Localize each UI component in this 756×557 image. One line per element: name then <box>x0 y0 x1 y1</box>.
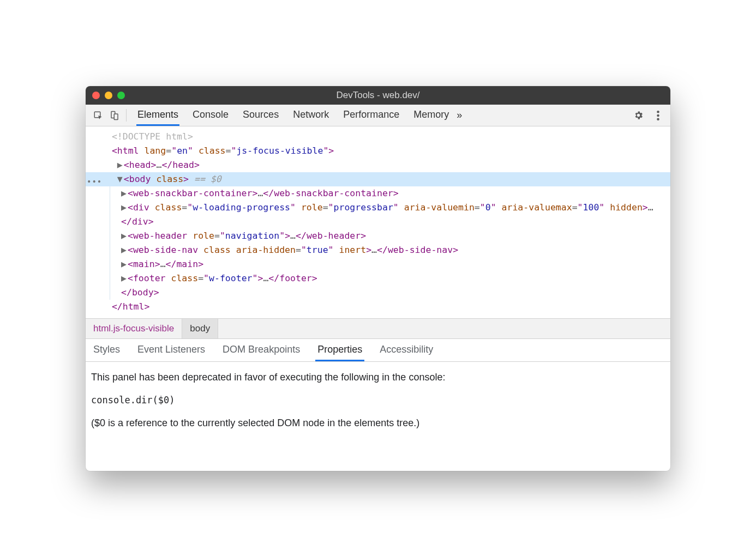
inspect-element-icon[interactable] <box>90 105 106 126</box>
breadcrumb-item[interactable]: body <box>182 319 218 338</box>
dom-body-selected[interactable]: ••• ▼<body class> == $0 <box>86 172 670 186</box>
breadcrumb: html.js-focus-visiblebody <box>86 318 670 339</box>
close-window-button[interactable] <box>92 92 100 99</box>
separator <box>126 109 127 122</box>
dom-node[interactable]: ▶<main>…</main> <box>113 257 670 271</box>
more-tabs-button[interactable]: » <box>450 105 469 126</box>
main-tabs: ElementsConsoleSourcesNetworkPerformance… <box>130 105 450 126</box>
dom-html-open[interactable]: <html lang="en" class="js-focus-visible"… <box>86 144 670 158</box>
tab-console[interactable]: Console <box>191 105 230 126</box>
breadcrumb-item[interactable]: html.js-focus-visible <box>86 319 182 338</box>
subtab-event-listeners[interactable]: Event Listeners <box>135 339 207 361</box>
dom-node[interactable]: ▶<footer class="w-footer">…</footer> <box>113 271 670 286</box>
tab-memory[interactable]: Memory <box>412 105 450 126</box>
subtab-accessibility[interactable]: Accessibility <box>377 339 435 361</box>
dom-head[interactable]: ▶<head>…</head> <box>86 158 670 172</box>
svg-rect-2 <box>114 114 118 120</box>
settings-icon[interactable] <box>630 110 646 120</box>
subtab-properties[interactable]: Properties <box>315 339 364 361</box>
minimize-window-button[interactable] <box>105 92 112 99</box>
window-title: DevTools - web.dev/ <box>86 90 670 101</box>
dom-node[interactable]: ▶<div class="w-loading-progress" role="p… <box>113 201 670 229</box>
subtab-styles[interactable]: Styles <box>91 339 122 361</box>
kebab-menu-icon[interactable] <box>650 111 666 120</box>
dom-node[interactable]: ▶<web-side-nav class aria-hidden="true" … <box>113 243 670 257</box>
tab-elements[interactable]: Elements <box>136 105 179 126</box>
deprecation-code: console.dir($0) <box>91 393 665 408</box>
dom-body-children: ▶<web-snackbar-container>…</web-snackbar… <box>110 186 670 300</box>
properties-panel: This panel has been deprecated in favor … <box>86 362 670 471</box>
dom-tree[interactable]: <!DOCTYPE html> <html lang="en" class="j… <box>86 126 670 318</box>
devtools-window: DevTools - web.dev/ ElementsConsoleSourc… <box>86 86 670 471</box>
toolbar: ElementsConsoleSourcesNetworkPerformance… <box>86 105 670 126</box>
deprecation-note: ($0 is a reference to the currently sele… <box>91 415 665 431</box>
dom-body-close[interactable]: </body> <box>113 286 670 300</box>
maximize-window-button[interactable] <box>117 92 125 99</box>
tab-sources[interactable]: Sources <box>242 105 280 126</box>
dom-doctype[interactable]: <!DOCTYPE html> <box>86 130 670 144</box>
subtabs: StylesEvent ListenersDOM BreakpointsProp… <box>86 339 670 362</box>
dom-html-close[interactable]: </html> <box>86 300 670 314</box>
deprecation-message: This panel has been deprecated in favor … <box>91 370 665 385</box>
titlebar: DevTools - web.dev/ <box>86 86 670 105</box>
tab-performance[interactable]: Performance <box>342 105 400 126</box>
svg-point-3 <box>657 111 659 113</box>
dom-node[interactable]: ▶<web-header role="navigation">…</web-he… <box>113 229 670 243</box>
tab-network[interactable]: Network <box>292 105 330 126</box>
svg-point-5 <box>657 118 659 120</box>
device-toolbar-icon[interactable] <box>106 105 123 126</box>
svg-point-4 <box>657 114 659 117</box>
dom-node[interactable]: ▶<web-snackbar-container>…</web-snackbar… <box>113 186 670 201</box>
subtab-dom-breakpoints[interactable]: DOM Breakpoints <box>220 339 302 361</box>
traffic-lights <box>92 92 125 99</box>
